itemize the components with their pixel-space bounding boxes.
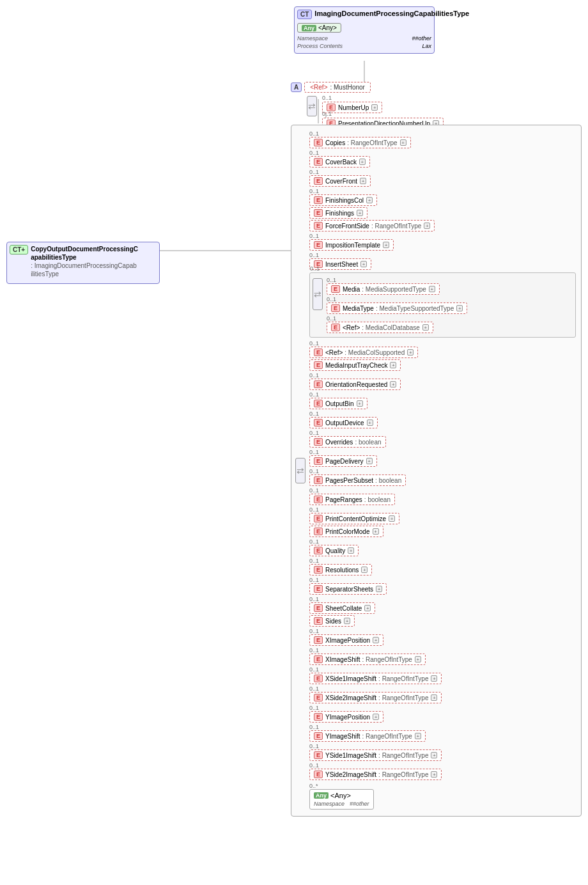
yimageshift-expand[interactable]: + <box>415 733 421 739</box>
orientation-element[interactable]: E OrientationRequested + <box>309 379 401 390</box>
ximagepos-element[interactable]: E XImagePosition + <box>309 634 383 646</box>
finishingscol-expand[interactable]: + <box>366 197 373 203</box>
printcolormode-expand[interactable]: + <box>373 528 379 535</box>
imposition-name: ImpositionTemplate <box>325 242 380 249</box>
sides-element[interactable]: E Sides + <box>309 615 355 627</box>
pagedelivery-name: PageDelivery <box>325 458 363 465</box>
mediacoldb-row: 0..1 E <Ref> : MediaColDatabase + <box>327 315 467 333</box>
copies-expand[interactable]: + <box>400 139 406 146</box>
printcontentopt-element[interactable]: E PrintContentOptimize + <box>309 513 399 524</box>
yside1imageshift-name: YSide1ImageShift <box>325 752 376 759</box>
yimagepos-element[interactable]: E YImagePosition + <box>309 711 383 723</box>
outputbin-element[interactable]: E OutputBin + <box>309 398 368 409</box>
mediainputtray-name: MediaInputTrayCheck <box>325 362 387 369</box>
forcefrontside-element[interactable]: E ForceFrontSide : RangeOfIntType + <box>309 220 435 231</box>
yside1imageshift-row: 0..1 E YSide1ImageShift : RangeOfIntType… <box>309 743 576 761</box>
bottom-any-namespace: Namespace ##other <box>314 801 369 807</box>
mediatype-expand[interactable]: + <box>456 305 463 311</box>
coverfront-row: 0..1 E CoverFront + <box>309 169 576 187</box>
outputdevice-element[interactable]: E OutputDevice + <box>309 417 378 428</box>
xside2imageshift-expand[interactable]: + <box>431 694 437 701</box>
overrides-name: Overrides <box>325 439 353 446</box>
yimagepos-row: 0..1 E YImagePosition + <box>309 705 576 723</box>
coverback-element[interactable]: E CoverBack + <box>309 156 370 168</box>
coverback-expand[interactable]: + <box>359 159 366 165</box>
coverfront-expand[interactable]: + <box>360 178 366 184</box>
separatorsheets-expand[interactable]: + <box>376 586 382 592</box>
xside1imageshift-type: : RangeOfIntType <box>378 675 428 682</box>
finishingscol-element[interactable]: E FinishingsCol + <box>309 194 377 206</box>
mediacolsupported-expand[interactable]: + <box>407 349 414 356</box>
yimagepos-expand[interactable]: + <box>373 714 379 720</box>
forcefrontside-expand[interactable]: + <box>424 223 430 229</box>
printcolormode-row: E PrintColorMode + <box>309 526 576 537</box>
sides-row: E Sides + <box>309 615 576 627</box>
sheetcollate-row: 0..1 E SheetCollate + <box>309 596 576 614</box>
seq-indicator-top: ⇄ <box>307 96 320 116</box>
imposition-element[interactable]: E ImpositionTemplate + <box>309 239 394 251</box>
element-name: NumberUp <box>338 104 369 111</box>
bottom-ns-label: Namespace <box>314 801 344 807</box>
mediainputtray-expand[interactable]: + <box>390 362 396 368</box>
xside2imageshift-element[interactable]: E XSide2ImageShift : RangeOfIntType + <box>309 692 442 703</box>
overrides-element[interactable]: E Overrides : boolean <box>309 436 386 448</box>
outputdevice-name: OutputDevice <box>325 419 364 427</box>
ximageshift-expand[interactable]: + <box>415 656 421 662</box>
xside2imageshift-name: XSide2ImageShift <box>325 694 376 701</box>
must-honor: : MustHonor <box>330 84 364 91</box>
printcolormode-element[interactable]: E PrintColorMode + <box>309 526 383 537</box>
orientation-row: 0..1 E OrientationRequested + <box>309 372 576 390</box>
resolutions-expand[interactable]: + <box>361 567 368 573</box>
mediacoldb-expand[interactable]: + <box>422 324 429 331</box>
copies-element[interactable]: E Copies : RangeOfIntType + <box>309 137 411 148</box>
sheetcollate-element[interactable]: E SheetCollate + <box>309 602 375 614</box>
mediacolsupported-element[interactable]: E <Ref> : MediaColSupported + <box>309 347 418 358</box>
xside1imageshift-expand[interactable]: + <box>431 675 437 682</box>
mediacoldb-element[interactable]: E <Ref> : MediaColDatabase + <box>327 322 433 333</box>
ximagepos-expand[interactable]: + <box>373 637 379 643</box>
orientation-expand[interactable]: + <box>390 381 396 388</box>
pagedelivery-expand[interactable]: + <box>366 458 373 464</box>
finishings-expand[interactable]: + <box>357 210 363 216</box>
yimageshift-type: : RangeOfIntType <box>362 733 412 740</box>
pagespersubset-element[interactable]: E PagesPerSubset : boolean <box>309 474 406 486</box>
media-expand[interactable]: + <box>429 286 435 292</box>
elements-list: 0..1 E Copies : RangeOfIntType + 0..1 E … <box>309 130 576 810</box>
yimageshift-element[interactable]: E YImageShift : RangeOfIntType + <box>309 730 426 742</box>
xside1imageshift-element[interactable]: E XSide1ImageShift : RangeOfIntType + <box>309 673 442 684</box>
outputbin-expand[interactable]: + <box>357 400 363 407</box>
sheetcollate-expand[interactable]: + <box>364 605 371 611</box>
quality-expand[interactable]: + <box>348 547 354 554</box>
yside2imageshift-expand[interactable]: + <box>431 771 437 778</box>
separatorsheets-element[interactable]: E SeparatorSheets + <box>309 583 387 595</box>
namespace-value: ##other <box>412 35 431 42</box>
pagedelivery-row: 0..1 E PageDelivery + <box>309 449 576 467</box>
copy-ct-name: CopyOutputDocumentProcessingC apabilitie… <box>31 245 157 262</box>
yside1imageshift-element[interactable]: E YSide1ImageShift : RangeOfIntType + <box>309 749 442 761</box>
resolutions-element[interactable]: E Resolutions + <box>309 564 372 576</box>
outputdevice-expand[interactable]: + <box>367 419 373 426</box>
coverfront-element[interactable]: E CoverFront + <box>309 175 371 187</box>
sides-expand[interactable]: + <box>344 618 350 624</box>
insertsheet-expand[interactable]: + <box>360 261 367 267</box>
imposition-row: 0..1 E ImpositionTemplate + <box>309 233 576 251</box>
pagedelivery-element[interactable]: E PageDelivery + <box>309 455 377 467</box>
pageranges-element[interactable]: E PageRanges : boolean <box>309 494 395 505</box>
yside1imageshift-expand[interactable]: + <box>431 752 437 758</box>
imposition-expand[interactable]: + <box>383 242 389 248</box>
ximageshift-type: : RangeOfIntType <box>362 656 412 663</box>
ximageshift-element[interactable]: E XImageShift : RangeOfIntType + <box>309 654 426 665</box>
finishings-element[interactable]: E Finishings + <box>309 207 368 219</box>
quality-element[interactable]: E Quality + <box>309 545 359 556</box>
xside2imageshift-type: : RangeOfIntType <box>378 694 428 701</box>
bottom-ns-value: ##other <box>350 801 369 807</box>
media-element[interactable]: E Media : MediaSupportedType + <box>327 283 440 295</box>
mediainputtray-element[interactable]: E MediaInputTrayCheck + <box>309 359 401 371</box>
outputdevice-row: 0..1 E OutputDevice + <box>309 411 576 428</box>
mediatype-element[interactable]: E MediaType : MediaTypeSupportedType + <box>327 302 467 314</box>
yside2imageshift-element[interactable]: E YSide2ImageShift : RangeOfIntType + <box>309 769 442 780</box>
expand-button[interactable]: + <box>371 104 378 111</box>
mediacolsupported-ref: <Ref> <box>325 349 343 356</box>
printcontentopt-expand[interactable]: + <box>389 515 395 522</box>
mediacoldb-ref: <Ref> <box>343 324 360 331</box>
